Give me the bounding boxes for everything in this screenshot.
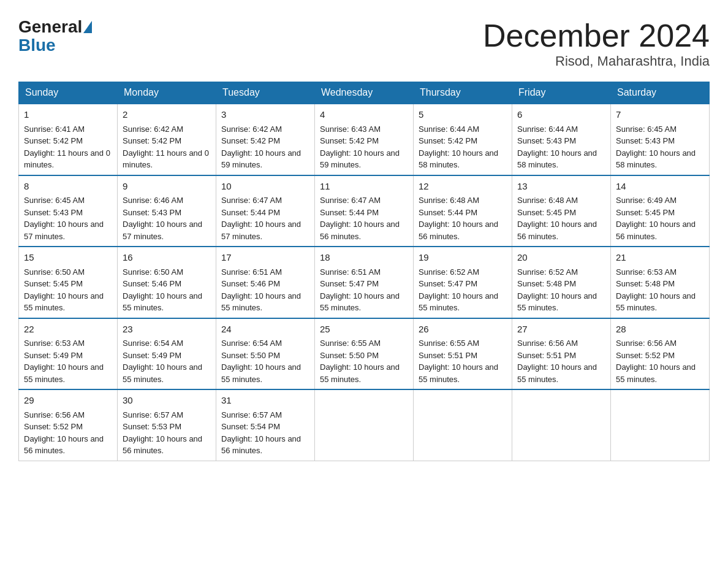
- calendar-week-row: 29Sunrise: 6:56 AMSunset: 5:52 PMDayligh…: [19, 389, 710, 461]
- calendar-cell: 14Sunrise: 6:49 AMSunset: 5:45 PMDayligh…: [611, 175, 710, 247]
- day-number: 25: [320, 323, 408, 337]
- day-number: 31: [221, 394, 309, 408]
- day-info: Sunrise: 6:52 AMSunset: 5:48 PMDaylight:…: [517, 266, 605, 314]
- calendar-cell: 10Sunrise: 6:47 AMSunset: 5:44 PMDayligh…: [216, 175, 315, 247]
- calendar-cell: 18Sunrise: 6:51 AMSunset: 5:47 PMDayligh…: [315, 247, 414, 318]
- calendar-cell: 2Sunrise: 6:42 AMSunset: 5:42 PMDaylight…: [118, 104, 216, 175]
- day-number: 12: [419, 180, 507, 194]
- day-info: Sunrise: 6:52 AMSunset: 5:47 PMDaylight:…: [419, 266, 507, 314]
- day-info: Sunrise: 6:56 AMSunset: 5:52 PMDaylight:…: [24, 409, 112, 457]
- day-info: Sunrise: 6:47 AMSunset: 5:44 PMDaylight:…: [320, 194, 408, 242]
- day-info: Sunrise: 6:55 AMSunset: 5:51 PMDaylight:…: [419, 337, 507, 385]
- day-info: Sunrise: 6:44 AMSunset: 5:42 PMDaylight:…: [419, 123, 507, 171]
- calendar-week-row: 1Sunrise: 6:41 AMSunset: 5:42 PMDaylight…: [19, 104, 710, 175]
- logo-area: General Blue: [18, 18, 93, 55]
- day-number: 15: [24, 251, 112, 265]
- day-info: Sunrise: 6:42 AMSunset: 5:42 PMDaylight:…: [221, 123, 309, 171]
- calendar-week-row: 22Sunrise: 6:53 AMSunset: 5:49 PMDayligh…: [19, 318, 710, 390]
- calendar-cell: 26Sunrise: 6:55 AMSunset: 5:51 PMDayligh…: [414, 318, 512, 390]
- day-info: Sunrise: 6:55 AMSunset: 5:50 PMDaylight:…: [320, 337, 408, 385]
- day-number: 8: [24, 180, 112, 194]
- month-title: December 2024: [483, 18, 710, 53]
- day-number: 28: [616, 323, 704, 337]
- day-number: 2: [123, 108, 211, 122]
- day-number: 22: [24, 323, 112, 337]
- day-number: 10: [221, 180, 309, 194]
- day-number: 4: [320, 108, 408, 122]
- day-number: 14: [616, 180, 704, 194]
- day-info: Sunrise: 6:48 AMSunset: 5:45 PMDaylight:…: [517, 194, 605, 242]
- day-info: Sunrise: 6:42 AMSunset: 5:42 PMDaylight:…: [123, 123, 211, 171]
- day-info: Sunrise: 6:57 AMSunset: 5:54 PMDaylight:…: [221, 409, 309, 457]
- calendar-cell: 24Sunrise: 6:54 AMSunset: 5:50 PMDayligh…: [216, 318, 315, 390]
- calendar-cell: [414, 389, 512, 461]
- calendar-table: SundayMondayTuesdayWednesdayThursdayFrid…: [18, 82, 710, 461]
- calendar-cell: 15Sunrise: 6:50 AMSunset: 5:45 PMDayligh…: [19, 247, 118, 318]
- day-info: Sunrise: 6:47 AMSunset: 5:44 PMDaylight:…: [221, 194, 309, 242]
- calendar-cell: 23Sunrise: 6:54 AMSunset: 5:49 PMDayligh…: [118, 318, 216, 390]
- day-info: Sunrise: 6:48 AMSunset: 5:44 PMDaylight:…: [419, 194, 507, 242]
- calendar-cell: [512, 389, 611, 461]
- calendar-cell: 4Sunrise: 6:43 AMSunset: 5:42 PMDaylight…: [315, 104, 414, 175]
- calendar-cell: 29Sunrise: 6:56 AMSunset: 5:52 PMDayligh…: [19, 389, 118, 461]
- calendar-cell: 5Sunrise: 6:44 AMSunset: 5:42 PMDaylight…: [414, 104, 512, 175]
- day-number: 26: [419, 323, 507, 337]
- calendar-cell: 22Sunrise: 6:53 AMSunset: 5:49 PMDayligh…: [19, 318, 118, 390]
- calendar-cell: 6Sunrise: 6:44 AMSunset: 5:43 PMDaylight…: [512, 104, 611, 175]
- weekday-header-row: SundayMondayTuesdayWednesdayThursdayFrid…: [19, 82, 710, 104]
- weekday-header-saturday: Saturday: [611, 82, 710, 104]
- day-number: 9: [123, 180, 211, 194]
- day-info: Sunrise: 6:50 AMSunset: 5:46 PMDaylight:…: [123, 266, 211, 314]
- day-info: Sunrise: 6:44 AMSunset: 5:43 PMDaylight:…: [517, 123, 605, 171]
- calendar-cell: 16Sunrise: 6:50 AMSunset: 5:46 PMDayligh…: [118, 247, 216, 318]
- day-number: 18: [320, 251, 408, 265]
- day-info: Sunrise: 6:46 AMSunset: 5:43 PMDaylight:…: [123, 194, 211, 242]
- calendar-cell: 1Sunrise: 6:41 AMSunset: 5:42 PMDaylight…: [19, 104, 118, 175]
- calendar-cell: 28Sunrise: 6:56 AMSunset: 5:52 PMDayligh…: [611, 318, 710, 390]
- day-info: Sunrise: 6:54 AMSunset: 5:50 PMDaylight:…: [221, 337, 309, 385]
- logo: General: [18, 18, 93, 36]
- day-info: Sunrise: 6:50 AMSunset: 5:45 PMDaylight:…: [24, 266, 112, 314]
- day-number: 27: [517, 323, 605, 337]
- day-info: Sunrise: 6:56 AMSunset: 5:52 PMDaylight:…: [616, 337, 704, 385]
- day-number: 21: [616, 251, 704, 265]
- day-number: 17: [221, 251, 309, 265]
- day-info: Sunrise: 6:53 AMSunset: 5:49 PMDaylight:…: [24, 337, 112, 385]
- day-number: 5: [419, 108, 507, 122]
- day-info: Sunrise: 6:43 AMSunset: 5:42 PMDaylight:…: [320, 123, 408, 171]
- weekday-header-friday: Friday: [512, 82, 611, 104]
- day-number: 1: [24, 108, 112, 122]
- calendar-cell: 8Sunrise: 6:45 AMSunset: 5:43 PMDaylight…: [19, 175, 118, 247]
- calendar-cell: 19Sunrise: 6:52 AMSunset: 5:47 PMDayligh…: [414, 247, 512, 318]
- day-info: Sunrise: 6:57 AMSunset: 5:53 PMDaylight:…: [123, 409, 211, 457]
- calendar-week-row: 15Sunrise: 6:50 AMSunset: 5:45 PMDayligh…: [19, 247, 710, 318]
- title-area: December 2024 Risod, Maharashtra, India: [483, 18, 710, 69]
- calendar-cell: 9Sunrise: 6:46 AMSunset: 5:43 PMDaylight…: [118, 175, 216, 247]
- day-number: 6: [517, 108, 605, 122]
- weekday-header-monday: Monday: [118, 82, 216, 104]
- day-number: 11: [320, 180, 408, 194]
- logo-general-text: General: [18, 18, 82, 36]
- day-number: 7: [616, 108, 704, 122]
- calendar-cell: 11Sunrise: 6:47 AMSunset: 5:44 PMDayligh…: [315, 175, 414, 247]
- weekday-header-sunday: Sunday: [19, 82, 118, 104]
- day-number: 29: [24, 394, 112, 408]
- calendar-cell: 27Sunrise: 6:56 AMSunset: 5:51 PMDayligh…: [512, 318, 611, 390]
- day-info: Sunrise: 6:56 AMSunset: 5:51 PMDaylight:…: [517, 337, 605, 385]
- day-number: 30: [123, 394, 211, 408]
- day-info: Sunrise: 6:41 AMSunset: 5:42 PMDaylight:…: [24, 123, 112, 171]
- day-info: Sunrise: 6:49 AMSunset: 5:45 PMDaylight:…: [616, 194, 704, 242]
- day-info: Sunrise: 6:45 AMSunset: 5:43 PMDaylight:…: [616, 123, 704, 171]
- day-number: 3: [221, 108, 309, 122]
- calendar-cell: 21Sunrise: 6:53 AMSunset: 5:48 PMDayligh…: [611, 247, 710, 318]
- day-number: 23: [123, 323, 211, 337]
- calendar-cell: [315, 389, 414, 461]
- day-info: Sunrise: 6:54 AMSunset: 5:49 PMDaylight:…: [123, 337, 211, 385]
- calendar-cell: 13Sunrise: 6:48 AMSunset: 5:45 PMDayligh…: [512, 175, 611, 247]
- calendar-cell: 7Sunrise: 6:45 AMSunset: 5:43 PMDaylight…: [611, 104, 710, 175]
- day-number: 13: [517, 180, 605, 194]
- calendar-cell: 20Sunrise: 6:52 AMSunset: 5:48 PMDayligh…: [512, 247, 611, 318]
- day-info: Sunrise: 6:51 AMSunset: 5:46 PMDaylight:…: [221, 266, 309, 314]
- day-number: 19: [419, 251, 507, 265]
- calendar-cell: 31Sunrise: 6:57 AMSunset: 5:54 PMDayligh…: [216, 389, 315, 461]
